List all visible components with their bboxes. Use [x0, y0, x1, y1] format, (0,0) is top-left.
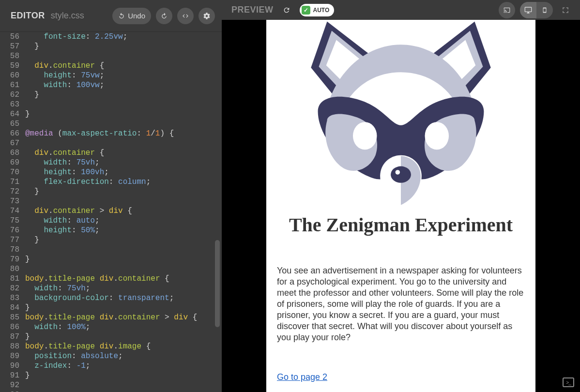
cast-icon — [503, 7, 511, 14]
svg-point-3 — [396, 170, 400, 175]
svg-point-1 — [425, 122, 449, 150]
page-heading: The Zenigman Experiment — [276, 213, 526, 236]
svg-point-2 — [391, 166, 411, 183]
gear-icon — [203, 12, 211, 20]
cast-button[interactable] — [499, 2, 515, 18]
fullscreen-button[interactable] — [558, 2, 573, 18]
refresh-icon — [283, 6, 290, 14]
preview-toolbar: PREVIEW ✓ AUTO — [222, 0, 580, 20]
auto-refresh-toggle[interactable]: ✓ AUTO — [300, 4, 335, 16]
device-desktop[interactable] — [520, 2, 536, 18]
editor-toolbar: EDITOR style.css Undo — [0, 0, 222, 32]
code-view-button[interactable] — [177, 8, 194, 24]
line-gutter: 5657585960616263646566676869707172737475… — [0, 32, 22, 392]
refresh-button[interactable] — [278, 2, 295, 18]
console-button[interactable] — [563, 377, 574, 387]
editor-panel: EDITOR style.css Undo 565758596061626364… — [0, 0, 222, 392]
undo-icon — [118, 13, 125, 19]
preview-label: PREVIEW — [231, 5, 274, 15]
rendered-page[interactable]: The Zenigman Experiment You see an adver… — [266, 20, 535, 392]
editor-label: EDITOR — [11, 11, 45, 21]
checkmark-icon: ✓ — [302, 6, 310, 15]
redo-button[interactable] — [156, 8, 172, 24]
code-icon — [182, 13, 189, 19]
page-image — [266, 20, 535, 211]
auto-label: AUTO — [313, 7, 330, 14]
preview-viewport: The Zenigman Experiment You see an adver… — [222, 20, 580, 392]
device-mobile[interactable] — [536, 2, 553, 18]
page-link[interactable]: Go to page 2 — [277, 372, 327, 382]
settings-button[interactable] — [198, 8, 215, 24]
device-switcher — [520, 2, 553, 18]
code-editor[interactable]: 5657585960616263646566676869707172737475… — [0, 32, 222, 392]
scrollbar-thumb[interactable] — [215, 240, 220, 327]
undo-label: Undo — [128, 12, 145, 20]
raccoon-icon — [285, 20, 517, 211]
page-body: You see an advertisement in a newspaper … — [266, 265, 535, 343]
svg-point-0 — [353, 122, 377, 150]
preview-panel: PREVIEW ✓ AUTO — [222, 0, 580, 392]
desktop-icon — [524, 6, 533, 14]
fullscreen-icon — [561, 5, 570, 15]
mobile-icon — [542, 6, 548, 15]
editor-filename[interactable]: style.css — [51, 11, 84, 21]
redo-icon — [161, 13, 168, 19]
code-content[interactable]: font-size: 2.25vw; } div.container { hei… — [25, 32, 222, 392]
undo-button[interactable]: Undo — [112, 8, 151, 24]
